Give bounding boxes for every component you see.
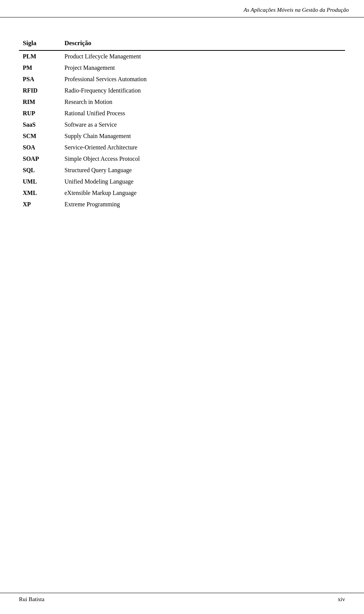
table-cell-descricao: Supply Chain Management [61,130,345,142]
table-cell-descricao: Extreme Programming [61,199,345,210]
table-row: RFIDRadio-Frequency Identification [19,85,345,96]
table-cell-descricao: Product Lifecycle Management [61,50,345,62]
page-header: As Aplicações Móveis na Gestão da Produç… [0,0,364,17]
content-area: Sigla Descrição PLMProduct Lifecycle Man… [0,17,364,240]
table-cell-sigla: XP [19,199,61,210]
header-title: As Aplicações Móveis na Gestão da Produç… [244,7,349,13]
table-row: SQLStructured Query Language [19,165,345,176]
acronym-table: Sigla Descrição PLMProduct Lifecycle Man… [19,36,345,210]
footer-author: Rui Batista [19,596,44,603]
table-row: RIMResearch in Motion [19,96,345,108]
table-row: SCMSupply Chain Management [19,130,345,142]
table-cell-sigla: SCM [19,130,61,142]
table-cell-sigla: RIM [19,96,61,108]
table-row: SOAPSimple Object Access Protocol [19,153,345,165]
table-cell-sigla: PSA [19,74,61,85]
page-footer: Rui Batista xiv [0,593,364,603]
table-cell-descricao: Radio-Frequency Identification [61,85,345,96]
table-cell-descricao: Service-Oriented Architecture [61,142,345,153]
table-cell-descricao: Project Management [61,62,345,74]
table-row: PSAProfessional Services Automation [19,74,345,85]
col-header-sigla: Sigla [19,36,61,50]
table-row: SaaSSoftware as a Service [19,119,345,130]
table-cell-descricao: Rational Unified Process [61,108,345,119]
table-row: PLMProduct Lifecycle Management [19,50,345,62]
table-cell-sigla: XML [19,187,61,199]
table-cell-sigla: SOA [19,142,61,153]
table-cell-descricao: Unified Modeling Language [61,176,345,187]
table-row: PMProject Management [19,62,345,74]
table-cell-sigla: RUP [19,108,61,119]
table-row: SOAService-Oriented Architecture [19,142,345,153]
table-cell-descricao: Research in Motion [61,96,345,108]
table-cell-sigla: RFID [19,85,61,96]
table-cell-descricao: Software as a Service [61,119,345,130]
table-cell-descricao: eXtensible Markup Language [61,187,345,199]
table-cell-sigla: PLM [19,50,61,62]
table-cell-descricao: Professional Services Automation [61,74,345,85]
table-row: XPExtreme Programming [19,199,345,210]
table-cell-sigla: PM [19,62,61,74]
table-cell-sigla: SOAP [19,153,61,165]
table-cell-descricao: Structured Query Language [61,165,345,176]
footer-page: xiv [338,596,345,603]
table-row: XMLeXtensible Markup Language [19,187,345,199]
table-cell-sigla: SaaS [19,119,61,130]
table-cell-sigla: SQL [19,165,61,176]
table-row: UMLUnified Modeling Language [19,176,345,187]
table-row: RUPRational Unified Process [19,108,345,119]
col-header-descricao: Descrição [61,36,345,50]
table-cell-descricao: Simple Object Access Protocol [61,153,345,165]
table-cell-sigla: UML [19,176,61,187]
